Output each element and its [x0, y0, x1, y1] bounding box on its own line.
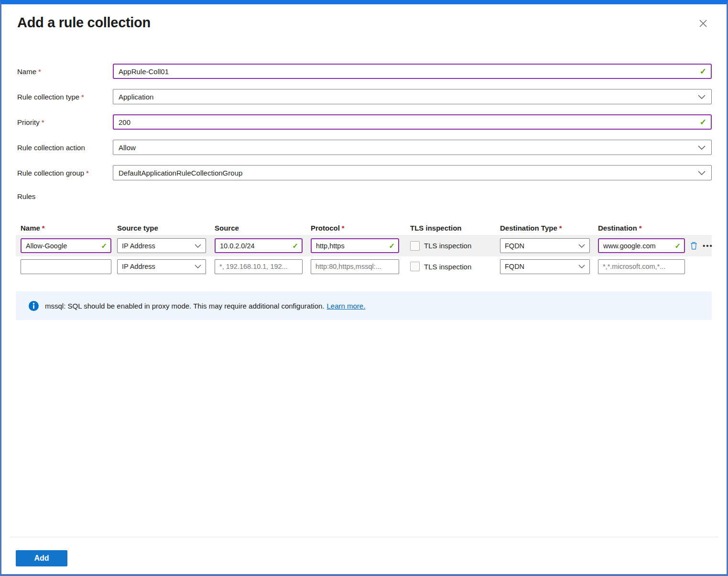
column-header-destination: Destination* — [598, 224, 685, 232]
required-asterisk: * — [639, 224, 642, 232]
destination-box: ✓ — [598, 238, 685, 253]
destination-input[interactable] — [599, 239, 674, 252]
required-asterisk: * — [86, 169, 89, 177]
required-asterisk: * — [342, 224, 345, 232]
delete-rule-button[interactable] — [689, 240, 699, 251]
header-text: Protocol — [311, 224, 340, 232]
rule-name-input[interactable] — [22, 239, 101, 252]
source-type-dropdown[interactable]: IP Address — [117, 238, 206, 253]
rule-collection-action-row: Rule collection action Allow — [17, 140, 712, 155]
rules-table: Name* Source type Source Protocol* TLS i… — [16, 219, 712, 277]
dropdown-value: IP Address — [118, 263, 195, 270]
required-asterisk: * — [38, 67, 41, 76]
rule-name-box — [21, 259, 111, 274]
tls-inspection-checkbox[interactable] — [410, 241, 420, 251]
learn-more-link[interactable]: Learn more. — [327, 302, 366, 310]
chevron-down-icon — [698, 171, 706, 175]
source-input[interactable] — [216, 239, 292, 252]
column-header-name: Name* — [21, 224, 111, 232]
required-asterisk: * — [42, 224, 45, 232]
protocol-box — [311, 259, 399, 274]
rule-name-cell: ✓ — [21, 238, 111, 253]
trash-icon — [690, 241, 698, 250]
column-header-destination-type: Destination Type* — [500, 224, 590, 232]
tls-inspection-label: TLS inspection — [424, 263, 471, 271]
chevron-down-icon — [195, 244, 201, 248]
info-icon — [29, 301, 39, 311]
rule-collection-group-dropdown[interactable]: DefaultApplicationRuleCollectionGroup — [113, 165, 712, 180]
protocol-input[interactable] — [311, 260, 399, 274]
tls-inspection-label: TLS inspection — [424, 242, 471, 250]
destination-type-dropdown[interactable]: FQDN — [500, 259, 590, 274]
tls-inspection-cell: TLS inspection — [410, 262, 482, 271]
rule-collection-type-row: Rule collection type* Application — [17, 89, 712, 104]
dropdown-value: DefaultApplicationRuleCollectionGroup — [113, 169, 698, 177]
rule-collection-type-dropdown[interactable]: Application — [113, 89, 712, 104]
protocol-input[interactable] — [312, 239, 389, 252]
row-actions: ••• — [689, 240, 714, 251]
rule-name-box: ✓ — [21, 238, 111, 253]
rule-collection-group-row: Rule collection group* DefaultApplicatio… — [17, 165, 712, 180]
destination-box — [598, 259, 685, 274]
header-text: Destination Type — [500, 224, 557, 232]
rules-table-header: Name* Source type Source Protocol* TLS i… — [16, 219, 712, 235]
required-asterisk: * — [559, 224, 562, 232]
protocol-cell: ✓ — [311, 238, 399, 253]
dropdown-value: FQDN — [500, 263, 578, 270]
name-field-row: Name* ✓ — [17, 64, 712, 79]
rule-name-cell — [21, 259, 111, 274]
priority-field-label: Priority* — [17, 118, 113, 126]
source-box: ✓ — [215, 238, 303, 253]
tls-inspection-cell: TLS inspection — [410, 241, 482, 251]
priority-input[interactable] — [114, 115, 700, 129]
header-text: Name — [21, 224, 40, 232]
source-type-dropdown[interactable]: IP Address — [117, 259, 206, 274]
rule-row-2: IP Address TLS inspection FQDN — [16, 256, 712, 277]
page-title: Add a rule collection — [17, 15, 151, 31]
dropdown-value: Application — [113, 93, 698, 101]
source-box — [215, 259, 303, 274]
label-text: Rule collection type — [17, 93, 79, 101]
name-input-box: ✓ — [113, 64, 712, 79]
rule-collection-action-dropdown[interactable]: Allow — [113, 140, 712, 155]
rule-name-input[interactable] — [21, 260, 111, 274]
destination-type-cell: FQDN — [500, 259, 590, 274]
label-text: Priority — [17, 118, 40, 126]
header-text: Source type — [117, 224, 158, 232]
tls-inspection-checkbox[interactable] — [410, 262, 420, 271]
ellipsis-icon: ••• — [703, 242, 713, 249]
name-input[interactable] — [114, 65, 700, 78]
chevron-down-icon — [698, 95, 706, 99]
destination-cell — [598, 259, 685, 274]
label-text: Rule collection group — [17, 169, 84, 177]
priority-input-box: ✓ — [113, 114, 712, 130]
rule-row-1: ✓ IP Address ✓ ✓ — [16, 235, 712, 256]
header-text: Source — [215, 224, 239, 232]
rules-section-label: Rules — [17, 192, 712, 200]
source-type-cell: IP Address — [117, 238, 206, 253]
valid-checkmark-icon: ✓ — [389, 242, 395, 249]
dropdown-value: Allow — [113, 144, 698, 152]
column-header-protocol: Protocol* — [311, 224, 399, 232]
more-options-button[interactable]: ••• — [702, 241, 714, 250]
destination-type-cell: FQDN — [500, 238, 590, 253]
add-button[interactable]: Add — [16, 550, 67, 566]
chevron-down-icon — [578, 265, 585, 268]
label-text: Rule collection action — [17, 144, 85, 152]
required-asterisk: * — [81, 93, 84, 101]
column-header-source-type: Source type — [117, 224, 206, 232]
valid-checkmark-icon: ✓ — [292, 242, 298, 249]
destination-type-dropdown[interactable]: FQDN — [500, 238, 590, 253]
required-asterisk: * — [42, 118, 44, 126]
dropdown-value: FQDN — [500, 242, 578, 250]
chevron-down-icon — [698, 145, 706, 150]
valid-checkmark-icon: ✓ — [101, 242, 107, 249]
source-input[interactable] — [215, 260, 302, 274]
column-header-source: Source — [215, 224, 303, 232]
dropdown-value: IP Address — [118, 242, 195, 250]
close-button[interactable] — [697, 18, 709, 30]
destination-input[interactable] — [598, 260, 685, 274]
header-text: TLS inspection — [410, 224, 462, 232]
destination-cell: ✓ — [598, 238, 685, 253]
label-text: Name — [17, 67, 36, 76]
